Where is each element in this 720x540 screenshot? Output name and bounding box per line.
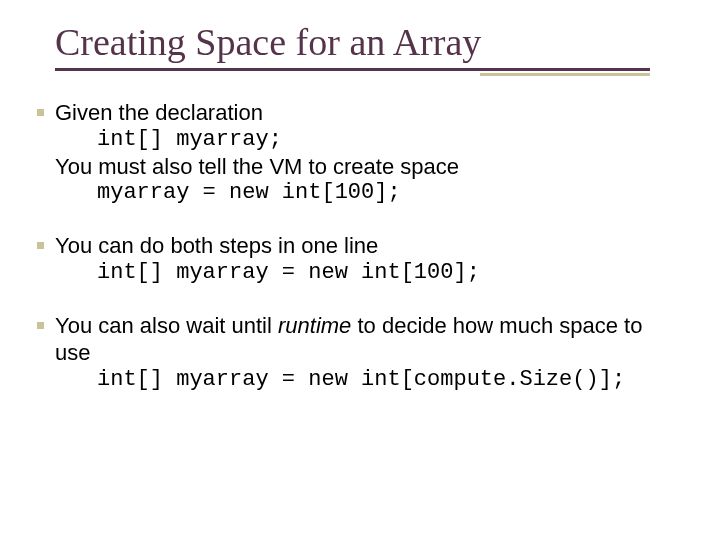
text: You must also tell the VM to create spac… [55,154,459,179]
text-emphasis: runtime [278,313,351,338]
rule-accent [480,73,650,76]
block-declaration: Given the declaration int[] myarray; You… [55,100,680,207]
text: Given the declaration [55,100,263,125]
text-line: You can also wait until runtime to decid… [55,313,680,367]
text-line: You must also tell the VM to create spac… [55,154,680,181]
block-runtime: You can also wait until runtime to decid… [55,313,680,393]
slide: Creating Space for an Array Given the de… [0,0,720,540]
slide-body: Given the declaration int[] myarray; You… [55,100,680,393]
text: You can do both steps in one line [55,233,378,258]
text-line: Given the declaration [55,100,680,127]
bullet-icon [37,242,44,249]
code-line: myarray = new int[100]; [55,180,680,207]
bullet-icon [37,322,44,329]
title-rule [55,68,680,82]
text-line: You can do both steps in one line [55,233,680,260]
code-line: int[] myarray = new int[compute.Size()]; [55,367,680,394]
bullet-icon [37,109,44,116]
rule-main [55,68,650,71]
code-line: int[] myarray = new int[100]; [55,260,680,287]
code-line: int[] myarray; [55,127,680,154]
slide-title: Creating Space for an Array [55,20,680,68]
block-one-line: You can do both steps in one line int[] … [55,233,680,287]
text: You can also wait until [55,313,278,338]
